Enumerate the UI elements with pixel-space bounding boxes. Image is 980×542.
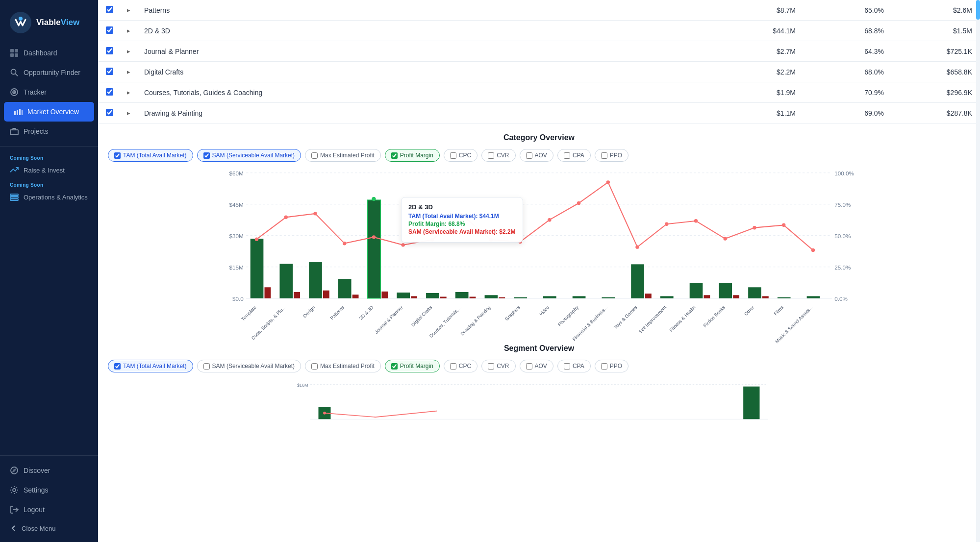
filter-cpc[interactable]: CPC	[444, 149, 477, 162]
sidebar-item-discover[interactable]: Discover	[0, 461, 98, 480]
bar-tam-template[interactable]	[251, 239, 264, 298]
sidebar-item-tracker[interactable]: Tracker	[0, 82, 98, 102]
filter-tam-checkbox[interactable]	[114, 152, 121, 159]
row-expand-btn-4[interactable]: ▸	[125, 88, 132, 97]
segment-filter-tam[interactable]: TAM (Total Avail Market)	[108, 360, 193, 372]
segment-filter-max-profit[interactable]: Max Estimated Profit	[305, 360, 381, 372]
row-expand-cell[interactable]: ▸	[121, 41, 136, 62]
segment-filter-cpc-checkbox[interactable]	[450, 363, 456, 370]
row-expand-cell[interactable]: ▸	[121, 82, 136, 103]
bar-tam-video[interactable]	[543, 296, 556, 298]
margin-dot-photo[interactable]	[577, 201, 580, 205]
segment-filter-cvr-checkbox[interactable]	[488, 363, 494, 370]
filter-ppo-checkbox[interactable]	[601, 152, 607, 159]
segment-filter-cpc[interactable]: CPC	[444, 360, 477, 372]
segment-filter-ppo-checkbox[interactable]	[601, 363, 607, 370]
bar-tam-self-improve[interactable]	[660, 296, 674, 298]
scrollbar-thumb[interactable]	[976, 0, 980, 20]
row-expand-btn-1[interactable]: ▸	[125, 26, 132, 35]
row-checkbox-0[interactable]	[106, 6, 113, 13]
bar-sam-toys[interactable]	[645, 294, 652, 298]
filter-ppo[interactable]: PPO	[595, 149, 628, 162]
row-checkbox-cell[interactable]	[98, 103, 121, 123]
sidebar-item-market-overview[interactable]: Market Overview	[4, 102, 94, 122]
bar-tam-courses[interactable]	[455, 292, 469, 298]
filter-max-profit-checkbox[interactable]	[311, 152, 318, 159]
filter-aov[interactable]: AOV	[520, 149, 553, 162]
segment-filter-tam-checkbox[interactable]	[114, 363, 121, 370]
bar-sam-fitness[interactable]	[704, 295, 710, 298]
row-checkbox-5[interactable]	[106, 109, 113, 116]
bar-tam-drawing[interactable]	[485, 295, 498, 298]
row-checkbox-cell[interactable]	[98, 21, 121, 41]
row-expand-cell[interactable]: ▸	[121, 0, 136, 21]
bar-tam-financial[interactable]	[602, 297, 615, 298]
margin-dot-design[interactable]	[313, 212, 317, 215]
segment-bar-big[interactable]	[743, 387, 759, 419]
margin-dot-patterns[interactable]	[343, 242, 346, 245]
bar-sam-courses[interactable]	[470, 296, 476, 298]
row-checkbox-2[interactable]	[106, 47, 113, 54]
filter-cpc-checkbox[interactable]	[450, 152, 456, 159]
margin-dot-code[interactable]	[284, 216, 288, 219]
filter-profit-margin-checkbox[interactable]	[391, 152, 398, 159]
bar-tam-graphics[interactable]	[514, 297, 527, 298]
filter-cvr-checkbox[interactable]	[488, 152, 494, 159]
segment-filter-cpa[interactable]: CPA	[557, 360, 591, 372]
margin-dot-financial[interactable]	[606, 180, 610, 184]
bar-tam-toys[interactable]	[631, 264, 644, 298]
bar-tam-other[interactable]	[748, 287, 761, 298]
row-checkbox-cell[interactable]	[98, 82, 121, 103]
sidebar-item-raise-invest[interactable]: Raise & Invest	[0, 162, 98, 178]
row-checkbox-cell[interactable]	[98, 62, 121, 82]
row-expand-btn-0[interactable]: ▸	[125, 5, 132, 15]
bar-tam-code[interactable]	[279, 264, 293, 298]
segment-filter-sam[interactable]: SAM (Serviceable Avail Market)	[197, 360, 302, 372]
margin-dot-template[interactable]	[255, 237, 258, 241]
bar-sam-other[interactable]	[762, 296, 769, 298]
margin-dot-self-improve[interactable]	[665, 222, 668, 225]
bar-sam-code[interactable]	[294, 292, 300, 298]
bar-tam-fitness[interactable]	[690, 283, 703, 298]
margin-dot-fitness[interactable]	[694, 219, 698, 222]
filter-aov-checkbox[interactable]	[526, 152, 532, 159]
margin-dot-journal[interactable]	[401, 243, 404, 246]
row-checkbox-3[interactable]	[106, 68, 113, 75]
bar-sam-fiction[interactable]	[733, 295, 739, 298]
row-expand-btn-5[interactable]: ▸	[125, 108, 132, 118]
filter-cpa[interactable]: CPA	[557, 149, 591, 162]
segment-filter-aov[interactable]: AOV	[520, 360, 553, 372]
bar-tam-fiction[interactable]	[719, 283, 732, 298]
segment-filter-profit-margin-checkbox[interactable]	[391, 363, 398, 370]
row-checkbox-1[interactable]	[106, 26, 113, 34]
margin-dot-2d3d[interactable]	[372, 235, 376, 239]
bar-tam-journal[interactable]	[397, 293, 410, 298]
sidebar-item-opportunity-finder[interactable]: Opportunity Finder	[0, 63, 98, 82]
filter-cvr[interactable]: CVR	[481, 149, 515, 162]
bar-sam-design[interactable]	[323, 291, 329, 298]
row-expand-cell[interactable]: ▸	[121, 62, 136, 82]
segment-filter-cpa-checkbox[interactable]	[564, 363, 570, 370]
row-checkbox-cell[interactable]	[98, 0, 121, 21]
filter-sam-checkbox[interactable]	[203, 152, 210, 159]
filter-profit-margin[interactable]: Profit Margin	[385, 149, 440, 162]
bar-sam-digital[interactable]	[440, 296, 447, 298]
segment-filter-sam-checkbox[interactable]	[203, 363, 210, 370]
close-menu-button[interactable]: Close Menu	[0, 519, 98, 537]
margin-dot-other[interactable]	[753, 226, 756, 229]
margin-dot-video[interactable]	[548, 218, 551, 222]
bar-tam-music[interactable]	[807, 296, 820, 298]
segment-filter-cvr[interactable]: CVR	[481, 360, 515, 372]
row-expand-btn-2[interactable]: ▸	[125, 47, 132, 56]
bar-sam-journal[interactable]	[411, 296, 417, 298]
sidebar-item-projects[interactable]: Projects	[0, 122, 98, 141]
bar-sam-drawing[interactable]	[499, 297, 505, 298]
bar-tam-patterns[interactable]	[338, 279, 352, 298]
row-checkbox-cell[interactable]	[98, 41, 121, 62]
bar-sam-patterns[interactable]	[352, 295, 359, 298]
row-checkbox-4[interactable]	[106, 88, 113, 96]
segment-filter-profit-margin[interactable]: Profit Margin	[385, 360, 440, 372]
bar-tam-design[interactable]	[309, 262, 322, 298]
margin-dot-music[interactable]	[811, 248, 815, 252]
bar-tam-films[interactable]	[778, 297, 791, 298]
